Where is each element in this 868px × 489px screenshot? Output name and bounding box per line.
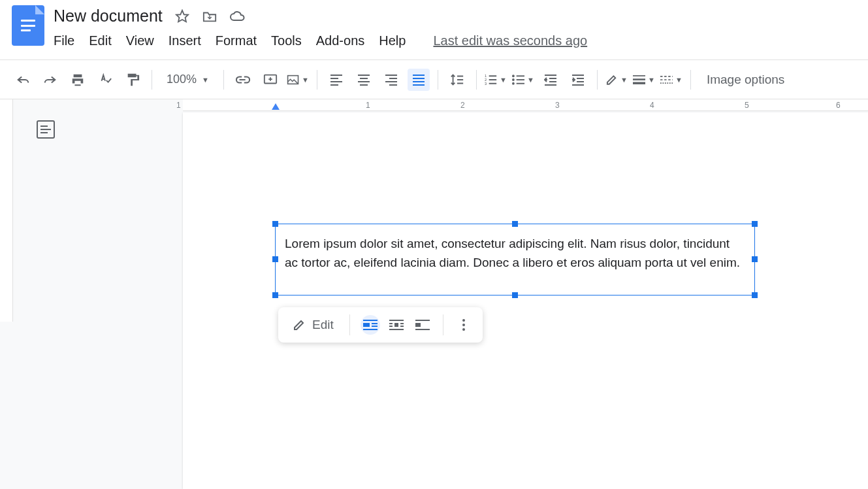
menu-file[interactable]: File: [54, 33, 74, 48]
bulleted-list-button[interactable]: ▼: [512, 69, 534, 91]
chevron-down-icon: ▼: [202, 76, 209, 84]
insert-image-button[interactable]: ▼: [287, 69, 309, 91]
chevron-down-icon: ▼: [620, 76, 628, 84]
svg-point-18: [462, 319, 465, 322]
menu-insert[interactable]: Insert: [169, 33, 201, 48]
resize-handle-mr[interactable]: [752, 256, 758, 262]
svg-point-19: [462, 324, 465, 326]
chevron-down-icon: ▼: [302, 76, 309, 84]
spellcheck-button[interactable]: [94, 69, 116, 91]
svg-point-7: [512, 78, 515, 81]
image-options-button[interactable]: Image options: [699, 73, 792, 87]
last-edit-link[interactable]: Last edit was seconds ago: [433, 33, 587, 48]
toolbar: 100%▼ ▼ 123▼ ▼ ▼ ▼ ▼ Image options: [0, 60, 868, 99]
horizontal-ruler[interactable]: 1 1 2 3 4 5 6: [183, 99, 868, 111]
workspace: 1 2 1 1 2 3 4 5 6: [0, 99, 868, 489]
menu-bar: File Edit View Insert Format Tools Add-o…: [54, 25, 868, 48]
image-context-toolbar: Edit: [278, 307, 483, 343]
resize-handle-tm[interactable]: [512, 221, 518, 227]
svg-rect-13: [633, 78, 645, 80]
svg-rect-14: [633, 82, 645, 84]
drawing-text-content: Lorem ipsum dolor sit amet, consectetur …: [276, 224, 754, 284]
menu-view[interactable]: View: [126, 33, 154, 48]
svg-rect-16: [394, 323, 398, 327]
break-text-icon[interactable]: [413, 315, 432, 335]
svg-marker-0: [176, 10, 188, 21]
resize-handle-br[interactable]: [752, 292, 758, 298]
align-justify-button[interactable]: [408, 69, 430, 91]
left-gutter: [0, 99, 13, 322]
edit-drawing-button[interactable]: Edit: [287, 314, 339, 336]
align-left-button[interactable]: [325, 69, 347, 91]
chevron-down-icon: ▼: [648, 76, 655, 84]
chevron-down-icon: ▼: [527, 76, 534, 84]
menu-format[interactable]: Format: [216, 33, 257, 48]
align-right-button[interactable]: [380, 69, 402, 91]
print-button[interactable]: [67, 69, 89, 91]
title-row: New document: [54, 5, 868, 25]
pencil-icon: [293, 318, 306, 331]
svg-rect-15: [363, 323, 370, 327]
wrap-text-icon[interactable]: [387, 315, 406, 335]
undo-button[interactable]: [12, 69, 34, 91]
menu-help[interactable]: Help: [379, 33, 406, 48]
paint-format-button[interactable]: [121, 69, 144, 91]
more-options-icon[interactable]: [454, 315, 474, 335]
svg-rect-11: [517, 82, 524, 84]
redo-button[interactable]: [39, 69, 61, 91]
page-area: 1 1 2 3 4 5 6 Lorem ipsum dolor sit amet…: [183, 99, 868, 489]
border-weight-button[interactable]: ▼: [633, 69, 655, 91]
wrap-inline-icon[interactable]: [361, 315, 380, 335]
edit-label: Edit: [312, 318, 334, 332]
document-page[interactable]: Lorem ipsum dolor sit amet, consectetur …: [183, 112, 868, 489]
svg-rect-10: [517, 79, 524, 80]
chevron-down-icon: ▼: [500, 76, 507, 84]
chevron-down-icon: ▼: [675, 76, 683, 84]
menu-add-ons[interactable]: Add-ons: [316, 33, 365, 48]
decrease-indent-button[interactable]: [539, 69, 562, 91]
menu-edit[interactable]: Edit: [89, 33, 111, 48]
svg-point-20: [462, 328, 465, 331]
border-dash-button[interactable]: ▼: [660, 69, 683, 91]
docs-app-icon[interactable]: [12, 5, 44, 46]
border-color-button[interactable]: ▼: [605, 69, 628, 91]
align-center-button[interactable]: [353, 69, 375, 91]
numbered-list-button[interactable]: 123▼: [485, 69, 507, 91]
menu-tools[interactable]: Tools: [271, 33, 302, 48]
resize-handle-bl[interactable]: [272, 292, 278, 298]
move-to-folder-icon[interactable]: [202, 8, 217, 24]
outline-toggle-icon[interactable]: [37, 120, 55, 139]
outline-panel: 1 2: [13, 99, 183, 489]
svg-point-6: [512, 75, 515, 77]
cloud-status-icon[interactable]: [229, 8, 245, 24]
resize-handle-tl[interactable]: [272, 221, 278, 227]
ruler-indent-marker[interactable]: [272, 103, 280, 110]
star-icon[interactable]: [174, 8, 190, 24]
selected-drawing-object[interactable]: Lorem ipsum dolor sit amet, consectetur …: [275, 224, 755, 295]
resize-handle-bm[interactable]: [512, 292, 518, 298]
line-spacing-button[interactable]: [446, 69, 468, 91]
insert-link-button[interactable]: [232, 69, 254, 91]
zoom-value: 100%: [167, 73, 197, 86]
document-title[interactable]: New document: [54, 7, 163, 25]
zoom-dropdown[interactable]: 100%▼: [160, 73, 216, 86]
svg-rect-12: [633, 75, 645, 76]
svg-rect-9: [517, 75, 524, 76]
svg-point-8: [512, 82, 515, 84]
svg-rect-17: [415, 323, 421, 327]
add-comment-button[interactable]: [259, 69, 281, 91]
resize-handle-tr[interactable]: [752, 221, 758, 227]
svg-text:3: 3: [485, 81, 487, 85]
resize-handle-ml[interactable]: [272, 256, 278, 262]
app-header: New document File Edit View Insert Forma…: [0, 0, 868, 60]
increase-indent-button[interactable]: [567, 69, 589, 91]
